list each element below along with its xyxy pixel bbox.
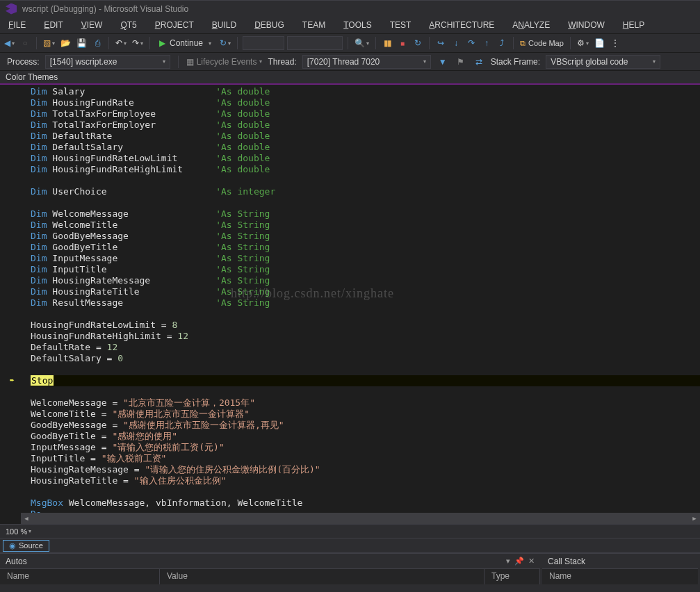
stackframe-label: Stack Frame: <box>491 57 540 67</box>
callstack-columns: Name <box>542 569 698 584</box>
menu-test[interactable]: TEST <box>387 19 414 31</box>
main-toolbar: ◀ ○ ▧ 📂 💾 ⎙ ↶ ↷ ▶ Continue ↻ 🔍 ▮▮ ■ ↻ ↪ … <box>0 33 700 53</box>
editor-zoom-bar: 100 % <box>0 524 700 538</box>
save-all-button[interactable]: ⎙ <box>91 36 104 50</box>
solution-config-select[interactable] <box>243 36 284 50</box>
code-editor[interactable]: ➨ Dim Salary 'As double Dim HousingFundR… <box>0 85 700 524</box>
continue-button[interactable]: ▶ Continue <box>155 35 215 51</box>
menu-debug[interactable]: DEBUG <box>252 19 287 31</box>
browser-link-button[interactable]: ↻ <box>218 36 232 50</box>
step-over-2-button[interactable]: ⤴ <box>496 36 508 50</box>
flag-threads-button[interactable]: ⚑ <box>455 55 467 69</box>
autos-dropdown-icon[interactable]: ▾ <box>506 557 510 566</box>
navigate-back-button[interactable]: ◀ <box>3 36 16 50</box>
editor-gutter: ➨ <box>0 85 21 524</box>
menu-view[interactable]: VIEW <box>79 19 106 31</box>
thread-select[interactable]: [7020] Thread 7020 <box>302 55 431 69</box>
scroll-left-icon[interactable]: ◀ <box>21 513 32 524</box>
autos-columns: Name Value Type <box>0 569 540 584</box>
lifecycle-events-button[interactable]: ▦ Lifecycle Events ▾ <box>186 57 263 67</box>
lifecycle-label: Lifecycle Events <box>197 57 257 67</box>
source-tab-icon: ◉ <box>9 541 16 550</box>
solution-platform-select[interactable] <box>287 36 343 50</box>
autos-col-name[interactable]: Name <box>0 569 160 584</box>
code-map-button[interactable]: ⧉ Code Map <box>519 36 565 50</box>
source-tab-label: Source <box>19 541 43 550</box>
callstack-title: Call Stack <box>548 557 585 566</box>
autos-title-bar: Autos ▾ 📌 ✕ <box>0 554 540 569</box>
source-tab[interactable]: ◉ Source <box>3 540 49 552</box>
open-file-button[interactable]: 📂 <box>59 36 72 50</box>
window-title: wscript (Debugging) - Microsoft Visual S… <box>22 4 188 14</box>
callstack-panel: Call Stack Name <box>542 554 700 585</box>
misc-button-2[interactable]: 📄 <box>593 36 606 50</box>
step-into-button[interactable]: ↓ <box>450 36 462 50</box>
code-area[interactable]: Dim Salary 'As double Dim HousingFundRat… <box>21 85 700 524</box>
redo-button[interactable]: ↷ <box>131 36 145 50</box>
autos-panel: Autos ▾ 📌 ✕ Name Value Type <box>0 554 542 585</box>
navigate-forward-button[interactable]: ○ <box>19 36 31 50</box>
autos-close-icon[interactable]: ✕ <box>528 557 535 566</box>
vs-logo-icon <box>6 3 17 15</box>
pause-button[interactable]: ▮▮ <box>381 36 393 50</box>
find-button[interactable]: 🔍 <box>353 36 371 50</box>
debug-location-toolbar: Process: [1540] wscript.exe ▦ Lifecycle … <box>0 53 700 71</box>
menu-help[interactable]: HELP <box>620 19 647 31</box>
thread-label: Thread: <box>268 57 296 67</box>
save-button[interactable]: 💾 <box>75 36 88 50</box>
stackframe-select[interactable]: VBScript global code <box>546 55 660 69</box>
zoom-select[interactable]: 100 % <box>6 527 31 536</box>
step-over-button[interactable]: ↷ <box>465 36 478 50</box>
menu-architecture[interactable]: ARCHITECTURE <box>426 19 497 31</box>
autos-pin-icon[interactable]: 📌 <box>514 557 524 566</box>
new-project-button[interactable]: ▧ <box>42 36 56 50</box>
source-tab-bar: ◉ Source <box>0 538 700 553</box>
code-map-icon: ⧉ <box>520 39 526 48</box>
bottom-panels: Autos ▾ 📌 ✕ Name Value Type Call Stack N… <box>0 553 700 585</box>
autos-col-value[interactable]: Value <box>160 569 485 584</box>
callstack-col-name[interactable]: Name <box>542 569 698 584</box>
scroll-right-icon[interactable]: ▶ <box>689 513 700 524</box>
code-map-label: Code Map <box>528 39 564 47</box>
misc-button-3[interactable]: ⋮ <box>609 36 621 50</box>
current-line-arrow-icon: ➨ <box>10 375 15 386</box>
step-out-button[interactable]: ↑ <box>480 36 493 50</box>
autos-col-type[interactable]: Type <box>485 569 540 584</box>
show-threads-button[interactable]: ⇄ <box>473 55 485 69</box>
menu-project[interactable]: PROJECT <box>152 19 197 31</box>
menu-window[interactable]: WINDOW <box>565 19 608 31</box>
show-next-button[interactable]: ↪ <box>434 36 447 50</box>
continue-label: Continue <box>170 38 203 48</box>
filter-threads-button[interactable]: ▼ <box>437 55 449 69</box>
autos-title: Autos <box>6 557 27 566</box>
menu-file[interactable]: FILE <box>6 19 29 31</box>
horizontal-scrollbar[interactable]: ◀ ▶ <box>21 513 700 524</box>
restart-button[interactable]: ↻ <box>412 36 424 50</box>
callstack-title-bar: Call Stack <box>542 554 698 569</box>
menu-edit[interactable]: EDIT <box>41 19 65 31</box>
process-label: Process: <box>7 57 40 67</box>
color-themes-panel-title: Color Themes <box>0 71 700 85</box>
play-icon: ▶ <box>159 38 165 48</box>
menu-build[interactable]: BUILD <box>209 19 239 31</box>
undo-button[interactable]: ↶ <box>114 36 128 50</box>
menu-qt5[interactable]: QT5 <box>117 19 139 31</box>
process-select[interactable]: [1540] wscript.exe <box>45 55 170 69</box>
menu-tools[interactable]: TOOLS <box>341 19 374 31</box>
menu-team[interactable]: TEAM <box>300 19 328 31</box>
misc-button-1[interactable]: ⚙ <box>576 36 590 50</box>
menu-bar: FILEEDITVIEWQT5PROJECTBUILDDEBUGTEAMTOOL… <box>0 17 700 33</box>
lifecycle-icon: ▦ <box>186 57 194 67</box>
title-bar: wscript (Debugging) - Microsoft Visual S… <box>0 0 700 17</box>
stop-debug-button[interactable]: ■ <box>396 36 409 50</box>
menu-analyze[interactable]: ANALYZE <box>510 19 553 31</box>
